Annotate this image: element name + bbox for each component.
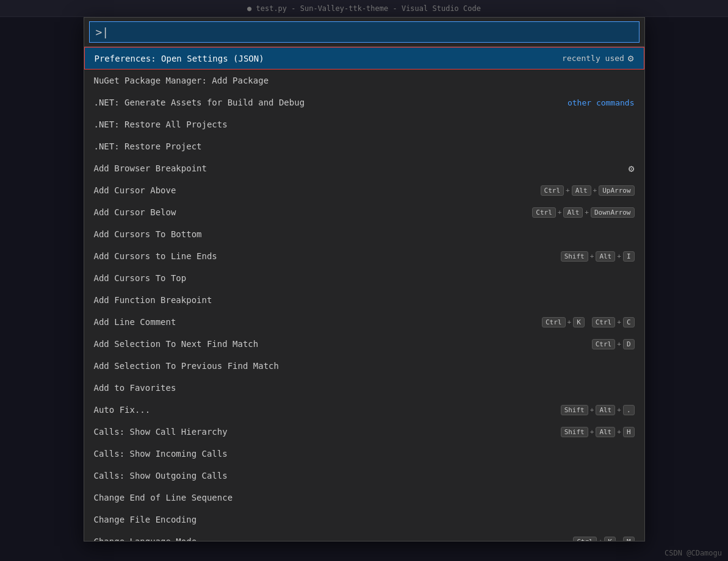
kbd-key: I <box>623 251 635 262</box>
kbd-plus: + <box>599 538 603 541</box>
kbd-plus: + <box>585 209 589 216</box>
result-item-label: NuGet Package Manager: Add Package <box>94 76 635 85</box>
kbd-key: . <box>623 405 635 415</box>
result-item-meta: other commands <box>568 98 635 107</box>
result-item[interactable]: Add Cursors To Top <box>84 267 644 289</box>
result-item[interactable]: Change Language ModeCtrl+K M <box>84 531 644 541</box>
kbd-key: Ctrl <box>592 339 616 349</box>
other-commands-label: other commands <box>568 98 635 107</box>
kbd-key: Ctrl <box>592 317 616 327</box>
result-item-label: Add Line Comment <box>94 317 542 327</box>
kbd-key: DownArrow <box>591 207 635 218</box>
result-item[interactable]: Add Cursors to Line EndsShift+Alt+I <box>84 245 644 267</box>
kbd-group: Ctrl+K <box>542 317 585 327</box>
result-item-label: Auto Fix... <box>94 405 561 415</box>
kbd-plus: + <box>558 209 562 216</box>
result-item-label: Change Language Mode <box>94 537 574 541</box>
kbd-key: H <box>623 427 635 437</box>
result-item[interactable]: Auto Fix...Shift+Alt+. <box>84 399 644 421</box>
result-item-label: .NET: Restore Project <box>94 141 635 151</box>
result-item-label: .NET: Generate Assets for Build and Debu… <box>94 98 568 107</box>
kbd-plus: + <box>617 406 621 414</box>
kbd-key: Shift <box>561 427 588 437</box>
result-item[interactable]: Add Selection To Previous Find Match <box>84 355 644 377</box>
command-palette: Preferences: Open Settings (JSON)recentl… <box>84 17 645 541</box>
result-item[interactable]: .NET: Restore Project <box>84 135 644 157</box>
kbd-key: Ctrl <box>542 317 566 327</box>
kbd-plus: + <box>566 187 570 195</box>
kbd-key: Alt <box>572 185 591 196</box>
result-item[interactable]: Calls: Show Outgoing Calls <box>84 465 644 487</box>
result-item[interactable]: Add Cursor BelowCtrl+Alt+DownArrow <box>84 201 644 223</box>
result-item-label: Change End of Line Sequence <box>94 493 635 502</box>
kbd-key: Ctrl <box>532 207 556 218</box>
result-item[interactable]: Add Cursors To Bottom <box>84 223 644 245</box>
result-item[interactable]: Preferences: Open Settings (JSON)recentl… <box>84 47 644 70</box>
kbd-group: Shift+Alt+. <box>561 405 635 415</box>
result-item-label: Change File Encoding <box>94 515 635 524</box>
result-item-label: Add Cursor Above <box>94 185 541 195</box>
result-item-meta: recently used⚙ <box>562 52 633 64</box>
result-item[interactable]: Add Line CommentCtrl+K Ctrl+C <box>84 311 644 333</box>
result-item-meta: Shift+Alt+I <box>561 251 635 262</box>
kbd-key: Ctrl <box>573 537 597 541</box>
kbd-key: M <box>623 537 635 541</box>
search-box <box>84 18 644 47</box>
kbd-group: Ctrl+Alt+DownArrow <box>532 207 634 218</box>
result-item[interactable]: NuGet Package Manager: Add Package <box>84 70 644 91</box>
result-item-meta: Ctrl+Alt+DownArrow <box>532 207 634 218</box>
result-item[interactable]: Calls: Show Call HierarchyShift+Alt+H <box>84 421 644 443</box>
result-item-label: Add Cursors To Top <box>94 273 635 283</box>
result-item-meta: ⚙ <box>629 163 635 174</box>
kbd-plus: + <box>593 187 597 195</box>
recently-used-label: recently used <box>562 54 624 63</box>
result-item-label: Add to Favorites <box>94 383 635 393</box>
result-item[interactable]: Calls: Show Incoming Calls <box>84 443 644 465</box>
kbd-plus: + <box>617 252 621 260</box>
kbd-group: Ctrl+C <box>592 317 635 327</box>
results-list: Preferences: Open Settings (JSON)recentl… <box>84 47 644 541</box>
result-item-meta: Ctrl+D <box>592 339 635 349</box>
kbd-key: Alt <box>596 427 615 437</box>
kbd-key: Shift <box>561 405 588 415</box>
result-item-label: Add Cursor Below <box>94 207 533 217</box>
kbd-key: K <box>573 317 585 327</box>
result-item[interactable]: Add Cursor AboveCtrl+Alt+UpArrow <box>84 179 644 201</box>
result-item-meta: Shift+Alt+. <box>561 405 635 415</box>
kbd-key: K <box>604 537 616 541</box>
result-item-label: Calls: Show Call Hierarchy <box>94 427 561 437</box>
result-item-label: Calls: Show Incoming Calls <box>94 449 635 459</box>
result-item[interactable]: Add to Favorites <box>84 377 644 399</box>
kbd-key: Alt <box>596 405 615 415</box>
result-item[interactable]: Change End of Line Sequence <box>84 487 644 509</box>
result-item[interactable]: Add Browser Breakpoint⚙ <box>84 157 644 179</box>
watermark: CSDN @CDamogu <box>665 549 722 557</box>
result-item-label: Preferences: Open Settings (JSON) <box>95 54 563 63</box>
result-item[interactable]: .NET: Restore All Projects <box>84 113 644 135</box>
gear-icon[interactable]: ⚙ <box>629 163 635 174</box>
kbd-key: Alt <box>596 251 615 262</box>
result-item[interactable]: Add Function Breakpoint <box>84 289 644 311</box>
kbd-plus: + <box>590 406 594 414</box>
kbd-key: Alt <box>563 207 583 218</box>
kbd-key: Ctrl <box>541 185 564 196</box>
result-item-label: Calls: Show Outgoing Calls <box>94 471 635 481</box>
result-item-meta: Ctrl+Alt+UpArrow <box>541 185 635 196</box>
gear-icon[interactable]: ⚙ <box>628 52 634 64</box>
kbd-key: UpArrow <box>599 185 634 196</box>
result-item[interactable]: Change File Encoding <box>84 509 644 531</box>
kbd-group: M <box>623 537 635 541</box>
result-item[interactable]: Add Selection To Next Find MatchCtrl+D <box>84 333 644 355</box>
kbd-group: Ctrl+K <box>573 537 616 541</box>
result-item-label: .NET: Restore All Projects <box>94 120 635 129</box>
result-item-meta: Ctrl+K M <box>573 537 634 541</box>
kbd-plus: + <box>617 340 621 348</box>
kbd-group: Shift+Alt+I <box>561 251 635 262</box>
search-input[interactable] <box>89 21 640 43</box>
result-item-label: Add Function Breakpoint <box>94 295 635 305</box>
result-item[interactable]: .NET: Generate Assets for Build and Debu… <box>84 91 644 113</box>
result-item-meta: Ctrl+K Ctrl+C <box>542 317 635 327</box>
kbd-key: D <box>623 339 635 349</box>
kbd-group: Ctrl+D <box>592 339 635 349</box>
kbd-plus: + <box>617 428 621 436</box>
